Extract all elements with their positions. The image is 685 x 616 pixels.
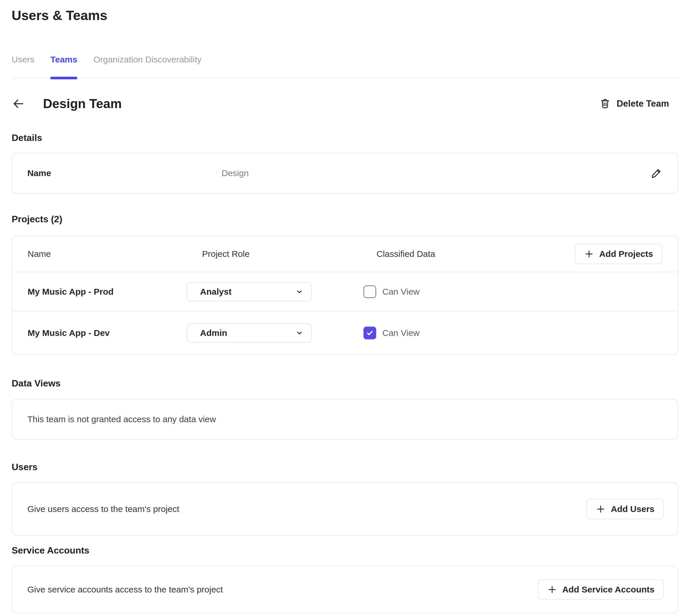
projects-table-header: Name Project Role Classified Data Add Pr…	[12, 236, 678, 272]
details-heading: Details	[12, 132, 678, 143]
chevron-down-icon	[295, 329, 303, 337]
column-header-project-role: Project Role	[187, 249, 250, 259]
add-projects-label: Add Projects	[599, 249, 653, 259]
users-card: Give users access to the team's project …	[12, 482, 678, 536]
pencil-icon	[650, 167, 663, 179]
can-view-label: Can View	[382, 287, 420, 297]
tab-teams[interactable]: Teams	[50, 54, 77, 78]
column-header-name: Name	[28, 249, 51, 259]
can-view-checkbox[interactable]	[363, 327, 376, 339]
arrow-left-icon	[12, 97, 25, 110]
project-role-value: Analyst	[200, 287, 231, 297]
data-views-card: This team is not granted access to any d…	[12, 399, 678, 440]
service-accounts-card: Give service accounts access to the team…	[12, 566, 678, 613]
tab-users[interactable]: Users	[12, 54, 34, 78]
chevron-down-icon	[295, 288, 303, 296]
plus-icon	[547, 585, 557, 594]
project-name: My Music App - Prod	[28, 287, 114, 296]
service-accounts-heading: Service Accounts	[12, 545, 678, 556]
can-view-checkbox[interactable]	[363, 285, 376, 298]
delete-team-label: Delete Team	[617, 98, 669, 109]
plus-icon	[596, 504, 606, 514]
add-service-accounts-button[interactable]: Add Service Accounts	[538, 579, 664, 600]
users-heading: Users	[12, 462, 678, 472]
add-service-accounts-label: Add Service Accounts	[562, 585, 655, 594]
back-button[interactable]	[12, 97, 25, 110]
details-card: Name Design	[12, 153, 678, 194]
projects-heading: Projects (2)	[12, 214, 678, 225]
tab-organization-discoverability[interactable]: Organization Discoverability	[93, 54, 201, 78]
service-accounts-description: Give service accounts access to the team…	[27, 585, 223, 594]
project-row: My Music App - Prod Analyst Can View	[12, 272, 678, 311]
team-title: Design Team	[43, 96, 122, 111]
trash-icon	[599, 98, 611, 110]
project-role-value: Admin	[200, 328, 227, 338]
add-users-button[interactable]: Add Users	[586, 499, 664, 519]
delete-team-button[interactable]: Delete Team	[599, 98, 669, 110]
users-description: Give users access to the team's project	[27, 504, 179, 514]
add-projects-button[interactable]: Add Projects	[575, 244, 662, 264]
column-header-classified-data: Classified Data	[363, 249, 435, 259]
can-view-label: Can View	[382, 328, 420, 338]
details-name-label: Name	[27, 168, 221, 178]
project-role-select[interactable]: Analyst	[187, 282, 312, 301]
plus-icon	[584, 249, 594, 259]
team-header: Design Team Delete Team	[12, 96, 678, 111]
project-row: My Music App - Dev Admin Can View	[12, 311, 678, 354]
tab-bar: UsersTeamsOrganization Discoverability	[12, 54, 678, 79]
check-icon	[366, 329, 374, 337]
project-role-select[interactable]: Admin	[187, 324, 312, 343]
data-views-heading: Data Views	[12, 378, 678, 389]
edit-name-button[interactable]	[650, 167, 663, 179]
projects-table: Name Project Role Classified Data Add Pr…	[12, 236, 678, 355]
data-views-empty-text: This team is not granted access to any d…	[27, 414, 216, 424]
add-users-label: Add Users	[611, 504, 655, 514]
project-name: My Music App - Dev	[28, 328, 110, 338]
details-name-value: Design	[221, 168, 650, 178]
page-title: Users & Teams	[12, 7, 678, 23]
